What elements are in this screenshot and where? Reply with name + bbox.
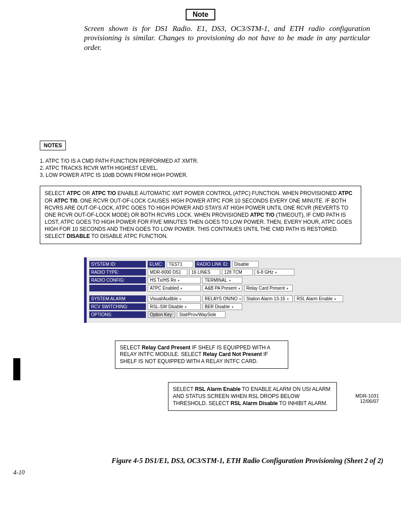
pa-present-select[interactable]: A&B PA Present: [202, 285, 242, 291]
text: TO INHIBIT ALARM.: [278, 400, 328, 406]
text-bold: ATPC T/0: [54, 198, 77, 204]
note-tag: Note: [186, 9, 216, 20]
note-text: Screen shown is for DS1 Radio. E1, DS3, …: [84, 24, 370, 52]
rsl-alarm-select[interactable]: RSL Alarm Enable: [294, 295, 343, 302]
side-tab: [13, 358, 20, 380]
text: OR: [81, 190, 92, 196]
relay-card-select[interactable]: Relay Card Present: [244, 285, 293, 291]
station-alarm-select[interactable]: Station Alarm 13-16: [244, 295, 293, 302]
radio-link-id-field[interactable]: Disable: [232, 261, 259, 268]
system-alarm-label: SYSTEM ALARM: [89, 295, 146, 302]
radio-config-label: RADIO CONFIG:: [89, 277, 146, 283]
elmc-field[interactable]: TEST1: [167, 261, 193, 268]
radio-type-freq-select[interactable]: 6-8 GHz: [255, 269, 294, 276]
alarm-relays-select[interactable]: RELAYS ON/NO: [202, 295, 242, 302]
notes-tag: NOTES: [40, 141, 66, 150]
radio-config-terminal-select[interactable]: TERMINAL: [202, 277, 242, 283]
text-bold: Relay Card Present: [142, 344, 191, 351]
notes-line: 1. ATPC T/O IS A CMD PATH FUNCTION PERFO…: [40, 157, 388, 165]
callout-relay: SELECT Relay Card Present IF SHELF IS EQ…: [115, 341, 288, 369]
text-bold: RSL Alarm Disable: [230, 400, 278, 406]
text: TO DISABLE ATPC FUNCTION.: [90, 233, 168, 239]
text-bold: DISABLE: [67, 233, 90, 239]
radio-link-id-label: RADIO LINK ID:: [195, 261, 230, 268]
text: SELECT: [173, 386, 195, 392]
notes-list: 1. ATPC T/O IS A CMD PATH FUNCTION PERFO…: [40, 157, 388, 179]
rsl-sw-select[interactable]: RSL-SW Disable: [148, 303, 201, 310]
radio-type-lines: 16 LINES: [189, 269, 220, 276]
page-number: 4-10: [13, 469, 388, 476]
text-bold: ATPC: [338, 190, 352, 196]
radio-type-model: MDR-8000 DS1: [148, 269, 187, 276]
notes-line: 2. ATPC TRACKS RCVR WITH HIGHEST LEVEL.: [40, 165, 388, 172]
config-panel: SYSTEM ID: ELMC: TEST1 RADIO LINK ID: Di…: [84, 257, 401, 323]
alarm-visual-select[interactable]: Visual/Audible: [148, 295, 201, 302]
options-label: OPTIONS:: [89, 311, 146, 318]
figure-caption: Figure 4-5 DS1/E1, DS3, OC3/STM-1, ETH R…: [13, 457, 383, 465]
text-bold: Relay Card Not Present: [203, 351, 262, 357]
text: OR: [45, 198, 54, 204]
atpc-select[interactable]: ATPC Enabled: [148, 285, 201, 291]
text: ENABLE AUTOMATIC XMT POWER CONTROL (ATPC…: [116, 190, 338, 196]
option-key-field[interactable]: Stat/Prov/WaySide: [177, 311, 225, 318]
system-id-label: SYSTEM ID:: [89, 261, 146, 268]
radio-type-label: RADIO TYPE:: [89, 269, 146, 276]
text: SELECT: [45, 190, 67, 196]
callout-atpc: SELECT ATPC OR ATPC T/O ENABLE AUTOMATIC…: [40, 186, 361, 244]
text: SELECT: [120, 344, 142, 351]
elmc-label: ELMC:: [148, 261, 165, 268]
rcv-switching-label: RCV SWITCHING:: [89, 303, 146, 310]
text-bold: RSL Alarm Enable: [195, 386, 241, 392]
radio-config-spacer: [89, 285, 146, 291]
option-key-label: Option Key:: [148, 311, 175, 318]
notes-line: 3. LOW POWER ATPC IS 10dB DOWN FROM HIGH…: [40, 172, 388, 179]
text-bold: ATPC: [67, 190, 81, 196]
text-bold: ATPC T/O: [250, 212, 275, 218]
ber-select[interactable]: BER Disable: [202, 303, 242, 310]
radio-config-tx-select[interactable]: HS Tx/HS Rx: [148, 277, 201, 283]
radio-type-tcm: 128 TCM: [222, 269, 253, 276]
text-bold: ATPC T/O: [92, 190, 116, 196]
